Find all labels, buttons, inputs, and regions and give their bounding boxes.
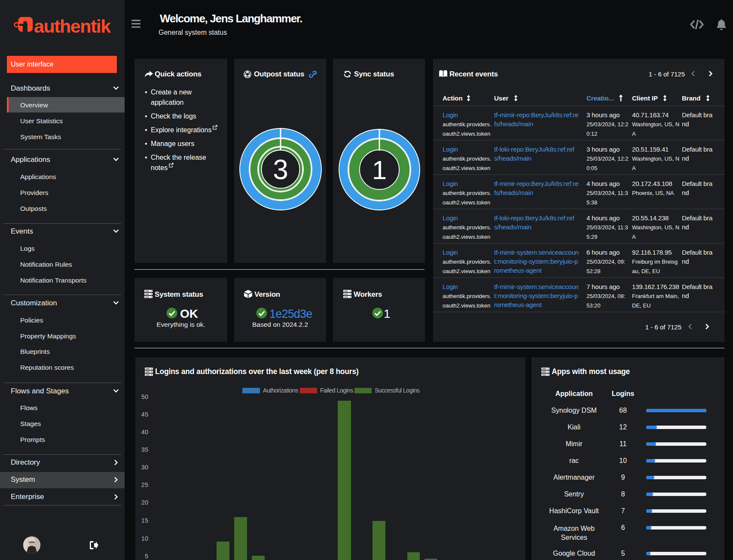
svg-text:authentik: authentik: [34, 16, 111, 36]
svg-text:1: 1: [372, 155, 387, 185]
svg-text:3: 3: [273, 154, 288, 185]
